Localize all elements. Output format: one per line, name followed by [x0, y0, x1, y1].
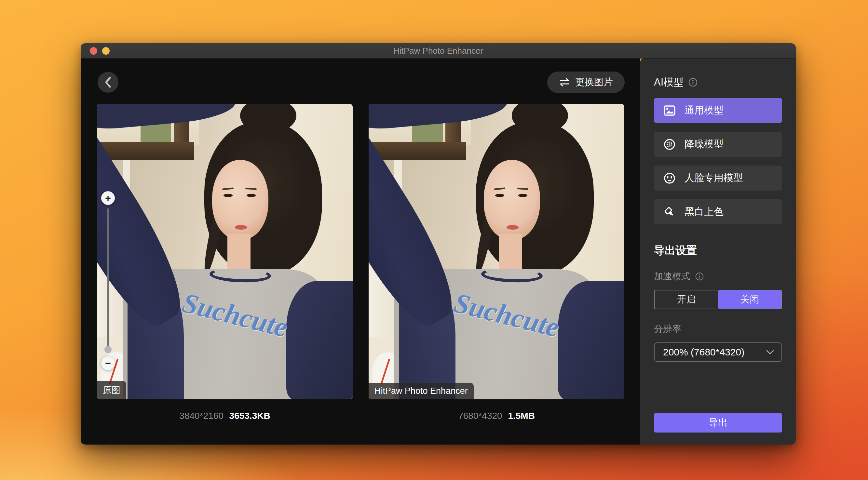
export-settings-heading: 导出设置: [654, 243, 782, 258]
acceleration-label: 加速模式: [654, 270, 690, 283]
change-image-label: 更换图片: [575, 76, 613, 89]
chevron-down-icon: [766, 350, 774, 355]
enhanced-photo: Suchcute: [369, 104, 624, 399]
original-resolution: 3840*2160: [179, 411, 223, 421]
settings-sidebar: AI模型 通用模型 降噪模型: [640, 59, 796, 445]
acceleration-row: 加速模式: [654, 270, 782, 283]
model-button-denoise[interactable]: 降噪模型: [654, 132, 782, 157]
model-button-colorize[interactable]: 黑白上色: [654, 199, 782, 224]
ai-model-heading: AI模型: [654, 75, 684, 89]
zoom-in-button[interactable]: +: [101, 191, 115, 205]
enhanced-badge: HitPaw Photo Enhancer: [369, 383, 474, 399]
model-label: 人脸专用模型: [684, 171, 743, 185]
enhanced-filesize: 1.5MB: [508, 411, 534, 421]
zoom-slider-track[interactable]: [107, 208, 108, 353]
enhanced-image-panel[interactable]: Suchcute HitPaw Photo Enhancer: [369, 104, 624, 399]
model-button-general[interactable]: 通用模型: [654, 98, 782, 123]
acceleration-toggle: 开启 关闭: [654, 290, 782, 309]
model-label: 降噪模型: [684, 137, 723, 151]
enhanced-resolution: 7680*4320: [458, 411, 502, 421]
ai-model-heading-row: AI模型: [654, 75, 782, 89]
change-image-button[interactable]: 更换图片: [547, 71, 625, 93]
titlebar: HitPaw Photo Enhancer: [81, 43, 796, 59]
original-stats: 3840*2160 3653.3KB: [97, 411, 353, 421]
face-icon: [663, 172, 676, 185]
resolution-label: 分辨率: [654, 323, 782, 335]
traffic-lights: [90, 43, 110, 58]
chevron-left-icon: [103, 76, 113, 89]
original-filesize: 3653.3KB: [229, 411, 270, 421]
resolution-dropdown[interactable]: 200% (7680*4320): [654, 343, 782, 362]
noise-icon: [663, 138, 676, 151]
original-badge: 原图: [97, 381, 126, 399]
zoom-slider-thumb[interactable]: [104, 346, 112, 353]
zoom-out-button[interactable]: −: [101, 356, 115, 370]
paintbrush-icon: [663, 205, 676, 219]
original-image-panel[interactable]: Suchcute 原图: [97, 104, 353, 399]
zoom-control: + −: [101, 191, 115, 370]
minimize-window-button[interactable]: [102, 47, 110, 55]
info-icon[interactable]: [688, 77, 698, 87]
enhanced-stats: 7680*4320 1.5MB: [369, 411, 624, 421]
swap-icon: [559, 77, 570, 87]
model-label: 黑白上色: [684, 205, 723, 219]
app-window: HitPaw Photo Enhancer: [81, 43, 796, 445]
image-icon: [663, 104, 676, 117]
back-button[interactable]: [98, 72, 118, 93]
resolution-value: 200% (7680*4320): [663, 347, 744, 358]
original-photo: Suchcute: [97, 104, 353, 399]
viewer-area: 更换图片: [81, 59, 640, 445]
export-button[interactable]: 导出: [654, 413, 782, 433]
acceleration-off-option[interactable]: 关闭: [718, 290, 781, 309]
model-label: 通用模型: [684, 104, 723, 117]
close-window-button[interactable]: [90, 47, 97, 55]
window-title: HitPaw Photo Enhancer: [393, 46, 483, 56]
acceleration-on-option[interactable]: 开启: [655, 290, 718, 309]
desktop-wallpaper: HitPaw Photo Enhancer: [0, 0, 868, 480]
info-icon[interactable]: [695, 272, 704, 281]
model-button-face[interactable]: 人脸专用模型: [654, 165, 782, 191]
